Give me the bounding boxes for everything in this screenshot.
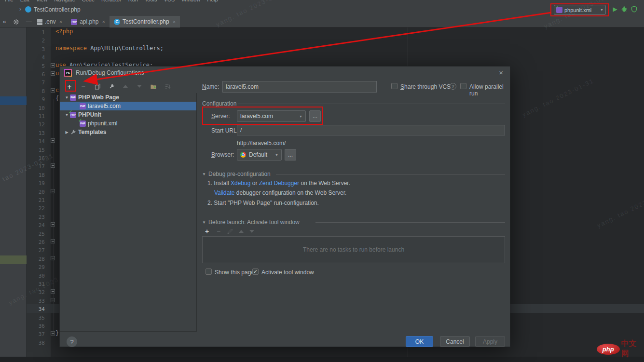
- tab-env[interactable]: .env×: [33, 16, 67, 27]
- menu-item-tools[interactable]: Tools: [145, 0, 157, 2]
- tree-item-templates[interactable]: ▶Templates: [60, 128, 196, 136]
- arrow-up-icon: [239, 230, 244, 233]
- server-browse-button[interactable]: ...: [309, 110, 321, 122]
- chevron-down-icon[interactable]: ▼: [64, 95, 70, 100]
- tree-item-laravel5-com[interactable]: laravel5.com: [60, 102, 196, 110]
- cancel-button[interactable]: Cancel: [440, 336, 470, 347]
- menu-item-help[interactable]: Help: [207, 0, 218, 2]
- task-up-button[interactable]: [237, 228, 245, 235]
- menu-item-vcs[interactable]: VCS: [164, 0, 175, 2]
- gutter-line: 4: [27, 54, 45, 62]
- add-task-button[interactable]: +: [203, 228, 211, 235]
- gutter-line: 35: [27, 314, 45, 322]
- gutter-line: 15: [27, 146, 45, 154]
- fold-marker[interactable]: [51, 63, 55, 67]
- start-url-input[interactable]: /: [237, 125, 505, 135]
- create-folder-button[interactable]: [150, 82, 157, 90]
- php-web-icon: [70, 94, 76, 101]
- allow-parallel-checkbox[interactable]: [460, 83, 466, 89]
- fold-marker[interactable]: [51, 88, 55, 93]
- breadcrumb[interactable]: TestController.php: [34, 6, 81, 13]
- run-config-select[interactable]: phpunit.xml ▼: [554, 5, 606, 15]
- collapse-arrow-icon[interactable]: ▼: [202, 172, 206, 176]
- fold-marker[interactable]: [51, 256, 55, 260]
- hide-panel-icon[interactable]: —: [26, 18, 32, 25]
- remove-configuration-button[interactable]: −: [80, 82, 87, 90]
- server-select[interactable]: laravel5.com ▼: [237, 110, 306, 122]
- edit-defaults-button[interactable]: [108, 82, 115, 90]
- tree-item-phpunit-xml[interactable]: phpunit.xml: [60, 119, 196, 128]
- preview-url-link[interactable]: http://laravel5.com/: [237, 140, 286, 147]
- fold-marker[interactable]: [51, 239, 55, 243]
- fold-marker[interactable]: [51, 331, 55, 335]
- fold-marker[interactable]: [51, 222, 55, 227]
- tab-api-php[interactable]: api.php×: [67, 16, 110, 27]
- gutter-line: 31: [27, 280, 45, 288]
- menu-item-refactor[interactable]: Refactor: [101, 0, 122, 2]
- add-configuration-button[interactable]: +: [66, 82, 73, 90]
- gutter-line: 28: [27, 255, 45, 263]
- sort-configurations-button[interactable]: [164, 82, 171, 90]
- collapse-left-icon[interactable]: «: [3, 18, 6, 25]
- debug-button[interactable]: [620, 5, 628, 13]
- left-tool-panel[interactable]: [0, 27, 27, 362]
- tree-item-label: PHP Web Page: [78, 94, 119, 101]
- validate-link[interactable]: Validate: [214, 189, 234, 196]
- browser-select[interactable]: Default ▼: [237, 149, 282, 161]
- copy-icon: [95, 83, 101, 90]
- ok-button[interactable]: OK: [406, 336, 433, 347]
- configurations-tree: ▼PHP Web Pagelaravel5.com▼PHPUnitphpunit…: [60, 93, 197, 332]
- menu-bar: FileEditViewNavigateCodeRefactorRunTools…: [0, 0, 644, 4]
- show-this-page-checkbox[interactable]: [206, 268, 212, 275]
- name-input[interactable]: laravel5.com: [222, 81, 377, 93]
- fold-marker[interactable]: [51, 289, 55, 294]
- collapse-arrow-icon[interactable]: ▼: [202, 220, 206, 225]
- help-icon[interactable]: ?: [450, 83, 456, 90]
- coverage-button[interactable]: [630, 5, 638, 13]
- editor-tab-bar: « — .env×api.php×TestController.php×: [0, 16, 644, 27]
- close-icon[interactable]: ×: [499, 68, 503, 77]
- code-line: <?php: [55, 27, 73, 36]
- share-vcs-checkbox[interactable]: [391, 83, 397, 89]
- tree-item-php-web-page[interactable]: ▼PHP Web Page: [60, 93, 196, 102]
- menu-item-window[interactable]: Window: [181, 0, 200, 2]
- tab-testcontroller-php[interactable]: TestController.php×: [110, 16, 180, 27]
- move-down-button[interactable]: [136, 82, 143, 90]
- dialog-help-button[interactable]: ?: [67, 336, 77, 347]
- menu-item-run[interactable]: Run: [128, 0, 138, 2]
- xdebug-link[interactable]: Xdebug: [231, 180, 250, 187]
- fold-marker[interactable]: [51, 138, 55, 143]
- browser-browse-button[interactable]: ...: [285, 149, 296, 161]
- fold-marker[interactable]: [51, 71, 55, 76]
- section-divider: [238, 104, 505, 104]
- task-down-button[interactable]: [248, 228, 256, 235]
- gear-icon[interactable]: [13, 19, 19, 25]
- configurations-toolbar: + −: [66, 81, 171, 92]
- close-tab-icon[interactable]: ×: [102, 19, 105, 25]
- folder-add-icon: [150, 83, 157, 90]
- navigation-bar: › TestController.php phpunit.xml ▼ ▶: [0, 4, 644, 16]
- move-up-button[interactable]: [122, 82, 129, 90]
- gutter-line: 23: [27, 213, 45, 221]
- fold-marker[interactable]: [51, 298, 55, 302]
- fold-marker[interactable]: [51, 189, 55, 193]
- edit-task-button[interactable]: [226, 228, 234, 235]
- sort-icon: [164, 83, 171, 90]
- fold-marker[interactable]: [51, 163, 55, 168]
- copy-configuration-button[interactable]: [94, 82, 101, 90]
- section-before-launch: Before launch: Activate tool window: [208, 219, 300, 226]
- menu-item-file[interactable]: File: [5, 0, 14, 2]
- menu-item-view[interactable]: View: [36, 0, 48, 2]
- menu-item-code[interactable]: Code: [82, 0, 95, 2]
- menu-item-edit[interactable]: Edit: [20, 0, 29, 2]
- close-tab-icon[interactable]: ×: [59, 19, 62, 25]
- before-launch-task-list: There are no tasks to run before launch: [202, 236, 505, 263]
- close-tab-icon[interactable]: ×: [173, 19, 176, 25]
- chevron-right-icon[interactable]: ▶: [64, 130, 70, 134]
- zend-debugger-link[interactable]: Zend Debugger: [259, 180, 299, 187]
- activate-tool-window-checkbox[interactable]: ✓: [252, 268, 259, 275]
- apply-button[interactable]: Apply: [475, 336, 505, 347]
- menu-item-navigate[interactable]: Navigate: [54, 0, 75, 2]
- run-button[interactable]: ▶: [611, 5, 619, 13]
- remove-task-button[interactable]: −: [215, 228, 222, 235]
